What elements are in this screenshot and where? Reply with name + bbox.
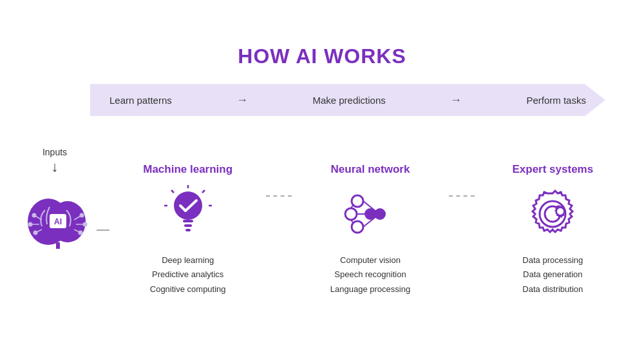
svg-line-23 <box>171 190 174 193</box>
svg-rect-21 <box>185 229 191 231</box>
sections-wrapper: Machine learning <box>109 163 631 296</box>
connector-area: Machine learning <box>97 163 631 296</box>
es-item-2: Data generation <box>522 268 583 282</box>
ml-list: Deep learning Predictive analytics Cogni… <box>150 253 226 296</box>
svg-point-41 <box>557 208 564 215</box>
ml-item-3: Cognitive computing <box>150 282 226 297</box>
svg-point-31 <box>345 208 357 220</box>
section-neural-network: Neural network <box>292 163 448 296</box>
section-machine-learning: Machine learning <box>109 163 266 296</box>
es-item-3: Data distribution <box>522 282 583 297</box>
arrow-shape: Learn patterns → Make predictions → Perf… <box>90 84 605 116</box>
nn-item-1: Computer vision <box>330 253 410 268</box>
step-3-label: Perform tasks <box>526 95 586 106</box>
arrow-right-2: → <box>450 93 462 107</box>
nn-list: Computer vision Speech recognition Langu… <box>330 253 410 296</box>
ai-brain-icon: AI <box>23 184 93 255</box>
step-1-label: Learn patterns <box>109 95 172 106</box>
lightbulb-icon <box>159 185 217 243</box>
line-seg-start <box>97 229 109 231</box>
svg-text:AI: AI <box>54 217 62 226</box>
dashed-line-2 <box>449 195 475 197</box>
svg-rect-17 <box>56 242 60 249</box>
neural-network-icon <box>341 185 399 243</box>
section-expert-systems: Expert systems <box>475 163 631 296</box>
dashed-line-1 <box>266 195 292 197</box>
arrow-banner: Learn patterns → Make predictions → Perf… <box>90 84 631 116</box>
es-list: Data processing Data generation Data dis… <box>522 253 583 296</box>
es-item-1: Data processing <box>522 253 583 268</box>
svg-line-24 <box>202 190 205 193</box>
inputs-column: Inputs ↓ <box>23 147 87 178</box>
inputs-label: Inputs <box>43 147 67 157</box>
svg-rect-19 <box>183 220 193 222</box>
ml-title: Machine learning <box>143 163 232 176</box>
nn-title: Neural network <box>331 163 410 176</box>
nn-item-3: Language processing <box>330 282 410 297</box>
svg-rect-20 <box>184 224 192 227</box>
arrow-steps: Learn patterns → Make predictions → Perf… <box>90 93 605 107</box>
ml-item-1: Deep learning <box>150 253 226 268</box>
nn-item-2: Speech recognition <box>330 268 410 282</box>
main-row: Inputs ↓ <box>13 128 631 296</box>
arrow-right-1: → <box>236 93 248 107</box>
gear-icon <box>524 185 582 243</box>
ml-item-2: Predictive analytics <box>150 268 226 282</box>
down-arrow-icon: ↓ <box>52 160 59 174</box>
es-title: Expert systems <box>512 163 593 176</box>
page-title: HOW AI WORKS <box>13 44 631 68</box>
svg-point-18 <box>174 191 202 220</box>
step-2-label: Make predictions <box>312 95 385 106</box>
main-container: HOW AI WORKS Learn patterns → Make predi… <box>13 44 631 296</box>
